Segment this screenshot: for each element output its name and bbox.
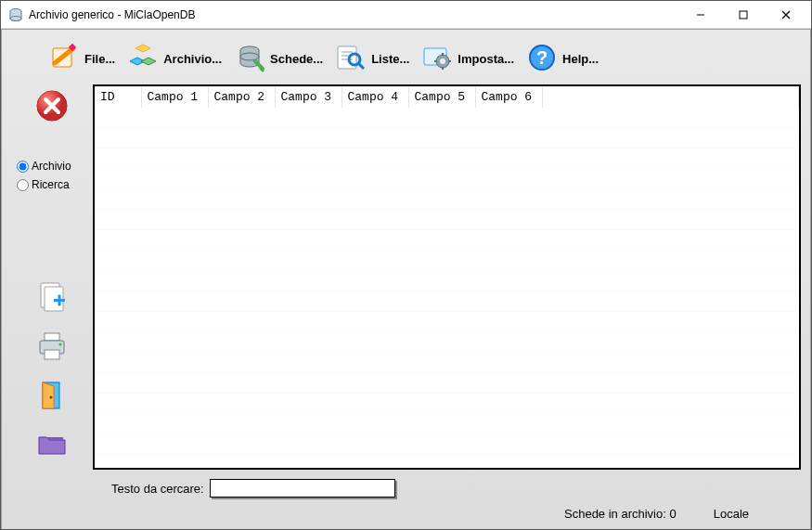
- status-mode: Locale: [714, 507, 749, 521]
- file-icon: [49, 43, 79, 75]
- radio-ricerca-input[interactable]: [17, 179, 29, 191]
- search-input[interactable]: [210, 479, 395, 498]
- toolbar-schede-label: Schede...: [270, 52, 323, 66]
- col-campo4[interactable]: Campo 4: [342, 86, 408, 108]
- window-title: Archivio generico - MiClaOpenDB: [29, 8, 679, 21]
- svg-point-37: [59, 343, 62, 346]
- svg-point-39: [50, 396, 53, 399]
- radio-ricerca-label: Ricerca: [32, 178, 70, 191]
- col-empty: [542, 86, 799, 108]
- toolbar-archivio-label: Archivio...: [163, 52, 222, 66]
- database-icon: [235, 43, 264, 75]
- toolbar-liste[interactable]: Liste...: [336, 43, 409, 75]
- help-icon: ?: [527, 43, 557, 75]
- toolbar-liste-label: Liste...: [371, 52, 409, 66]
- radio-archivio[interactable]: Archivio: [17, 160, 71, 173]
- toolbar-schede[interactable]: Schede...: [235, 43, 323, 75]
- radio-archivio-label: Archivio: [32, 160, 71, 173]
- col-campo5[interactable]: Campo 5: [408, 86, 475, 108]
- gear-icon: [422, 43, 452, 75]
- col-campo1[interactable]: Campo 1: [141, 86, 208, 108]
- maximize-button[interactable]: [722, 1, 765, 29]
- toolbar-imposta[interactable]: Imposta...: [422, 43, 514, 75]
- svg-point-19: [440, 58, 445, 64]
- search-label: Testo da cercare:: [111, 482, 204, 496]
- svg-rect-36: [45, 350, 59, 359]
- new-page-button[interactable]: [35, 280, 69, 317]
- col-campo3[interactable]: Campo 3: [275, 86, 342, 108]
- status-count: Schede in archivio: 0: [564, 507, 677, 521]
- search-list-icon: [336, 43, 366, 75]
- radio-archivio-input[interactable]: [17, 161, 29, 173]
- main-toolbar: File... Archivio... Schede... Liste... I…: [7, 35, 805, 84]
- titlebar: Archivio generico - MiClaOpenDB: [1, 1, 811, 29]
- toolbar-help-label: Help...: [562, 52, 599, 66]
- folder-button[interactable]: [35, 428, 69, 464]
- svg-text:?: ?: [536, 47, 548, 68]
- svg-rect-33: [58, 295, 61, 306]
- col-campo6[interactable]: Campo 6: [475, 86, 542, 108]
- svg-rect-3: [740, 11, 747, 19]
- col-id[interactable]: ID: [95, 86, 141, 108]
- data-grid[interactable]: ID Campo 1 Campo 2 Campo 3 Campo 4 Campo…: [93, 84, 801, 470]
- close-button[interactable]: [765, 1, 807, 29]
- toolbar-file[interactable]: File...: [49, 43, 115, 75]
- close-red-button[interactable]: [34, 88, 70, 126]
- grid-header-row: ID Campo 1 Campo 2 Campo 3 Campo 4 Campo…: [95, 86, 799, 108]
- toolbar-file-label: File...: [84, 52, 115, 66]
- exit-door-button[interactable]: [35, 379, 69, 415]
- grid-body-empty[interactable]: [95, 108, 799, 468]
- toolbar-archivio[interactable]: Archivio...: [128, 43, 222, 75]
- print-button[interactable]: [35, 330, 69, 366]
- svg-rect-34: [45, 333, 59, 341]
- svg-line-16: [358, 63, 364, 69]
- radio-ricerca[interactable]: Ricerca: [17, 178, 71, 191]
- toolbar-imposta-label: Imposta...: [458, 52, 514, 66]
- search-bar: Testo da cercare:: [7, 473, 805, 501]
- boxes-icon: [128, 43, 158, 75]
- status-bar: Schede in archivio: 0 Locale: [7, 501, 805, 524]
- minimize-button[interactable]: [679, 1, 722, 29]
- toolbar-help[interactable]: ? Help...: [527, 43, 599, 75]
- col-campo2[interactable]: Campo 2: [208, 86, 275, 108]
- app-icon: [8, 7, 23, 22]
- left-rail: Archivio Ricerca: [11, 84, 93, 470]
